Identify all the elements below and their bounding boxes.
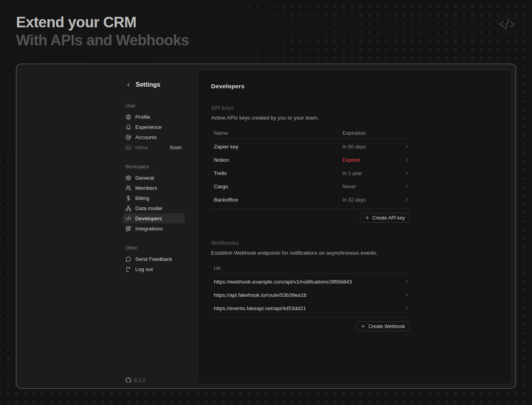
chevron-right-icon [401, 184, 410, 189]
api-key-expiration: Expired [342, 157, 401, 163]
sidebar-item-developers[interactable]: Developers [122, 213, 185, 223]
webhook-url: https://webhook.example.com/api/v1/notif… [214, 279, 401, 285]
chevron-right-icon [401, 144, 410, 149]
api-key-name: Cargo [214, 184, 342, 189]
feedback-icon [125, 256, 131, 262]
sidebar-item-label: Profile [135, 114, 150, 120]
sidebar-item-label: Members [135, 185, 157, 191]
webhooks-table-body: https://webhook.example.com/api/v1/notif… [211, 274, 410, 318]
api-key-row-trello[interactable]: TrelloIn 1 year [211, 166, 410, 180]
api-key-name: Notion [214, 157, 342, 163]
column-url: Url [214, 265, 401, 271]
create-webhook-button[interactable]: Create Webhook [356, 321, 410, 331]
sidebar-sections: UserProfileExperienceAccountsInboxSoonWo… [122, 91, 185, 274]
profile-icon [125, 114, 131, 120]
sidebar-item-label: Data model [135, 205, 162, 211]
api-key-name: Zapier key [214, 144, 342, 150]
sidebar-item-log-out[interactable]: Log out [122, 264, 185, 274]
webhook-url: https://api.fakehook.io/route/53b39ea1b [214, 292, 401, 298]
webhooks-title: Webhooks [211, 240, 410, 246]
plus-icon [365, 215, 370, 220]
sidebar-item-integrations[interactable]: Integrations [122, 223, 185, 234]
sidebar-item-label: Experience [135, 124, 162, 130]
chevron-right-icon [401, 197, 410, 202]
api-key-row-cargo[interactable]: CargoNever [211, 180, 410, 193]
sidebar-item-experience[interactable]: Experience [122, 122, 185, 132]
chevron-left-icon [125, 82, 131, 88]
chevron-right-icon [401, 305, 410, 311]
api-key-expiration: In 1 year [342, 170, 401, 176]
page-title-line2: With APIs and Webhooks [16, 31, 189, 49]
webhook-row[interactable]: https://webhook.example.com/api/v1/notif… [211, 275, 410, 288]
sidebar-section-other: OtherSend FeedbackLog out [122, 245, 185, 274]
code-icon [125, 216, 131, 221]
plus-icon [360, 324, 365, 329]
sidebar-item-label: Developers [135, 216, 162, 221]
api-key-row-zapier-key[interactable]: Zapier keyIn 80 days [211, 140, 410, 153]
inbox-icon [125, 145, 131, 150]
api-keys-description: Active APIs keys created by you or your … [211, 115, 410, 121]
sidebar-section-user: UserProfileExperienceAccountsInboxSoon [122, 103, 185, 152]
webhooks-table-header: Url [211, 263, 410, 274]
sidebar-item-label: General [135, 175, 154, 181]
chevron-right-icon [401, 170, 410, 176]
version-label: 0.1.2 [134, 377, 145, 383]
api-keys-actions: Create API key [211, 213, 410, 223]
api-key-expiration: In 32 days [342, 197, 401, 203]
api-keys-title: API keys [211, 105, 410, 111]
section-label: Other [125, 245, 185, 252]
members-icon [125, 185, 131, 191]
data-model-icon [125, 205, 131, 211]
api-key-expiration: In 80 days [342, 144, 401, 150]
sidebar-item-data-model[interactable]: Data model [122, 203, 185, 213]
api-key-name: Trello [214, 170, 342, 176]
bell-icon [125, 124, 131, 130]
sidebar-item-members[interactable]: Members [122, 183, 185, 193]
logout-icon [125, 266, 131, 272]
api-key-expiration: Never [342, 184, 401, 189]
api-key-row-backoffice[interactable]: BackofficeIn 32 days [211, 193, 410, 206]
sidebar-item-label: Send Feedback [135, 256, 172, 262]
webhooks-section: Webhooks Establish Webhook endpoints for… [211, 240, 410, 331]
chevron-right-icon [401, 279, 410, 284]
panel-title: Developers [211, 83, 511, 90]
page-title-line1: Extend your CRM [16, 13, 189, 31]
sidebar-item-send-feedback[interactable]: Send Feedback [122, 254, 185, 264]
column-name: Name [214, 130, 342, 136]
webhook-row[interactable]: https://api.fakehook.io/route/53b39ea1b [211, 288, 410, 302]
api-keys-table-body: Zapier keyIn 80 daysNotionExpiredTrelloI… [211, 139, 410, 209]
sidebar-item-inbox[interactable]: InboxSoon [122, 142, 185, 152]
webhook-row[interactable]: https://events.fakeapi.net/api/4d53dd21 [211, 302, 410, 315]
chevron-right-icon [401, 292, 410, 298]
settings-title: Settings [136, 81, 160, 88]
section-label: User [125, 103, 185, 109]
sidebar-item-label: Inbox [135, 145, 148, 150]
gear-icon [125, 175, 131, 181]
sidebar-item-label: Billing [135, 195, 149, 201]
api-keys-table-header: Name Expiration [211, 128, 410, 139]
chevron-right-icon [401, 157, 410, 162]
webhooks-description: Establish Webhook endpoints for notifica… [211, 250, 410, 256]
settings-window: Settings UserProfileExperienceAccountsIn… [16, 64, 516, 389]
settings-back-button[interactable]: Settings [122, 81, 160, 88]
column-expiration: Expiration [342, 130, 401, 136]
sidebar-item-billing[interactable]: Billing [122, 193, 185, 203]
version-info[interactable]: 0.1.2 [125, 377, 145, 383]
create-api-key-button[interactable]: Create API key [360, 213, 410, 223]
page-header: Extend your CRM With APIs and Webhooks [16, 13, 189, 49]
settings-sidebar: Settings UserProfileExperienceAccountsIn… [122, 64, 185, 388]
sidebar-item-general[interactable]: General [122, 173, 185, 183]
dollar-icon [125, 195, 131, 201]
sidebar-item-label: Log out [135, 266, 153, 272]
developers-panel: Developers API keys Active APIs keys cre… [198, 70, 512, 384]
webhooks-actions: Create Webhook [211, 321, 410, 331]
api-key-name: Backoffice [214, 197, 342, 203]
github-icon [125, 377, 131, 383]
soon-badge: Soon [169, 145, 182, 150]
api-key-row-notion[interactable]: NotionExpired [211, 153, 410, 166]
section-label: Workspace [125, 164, 185, 170]
sidebar-item-accounts[interactable]: Accounts [122, 132, 185, 142]
sidebar-item-label: Accounts [135, 134, 157, 140]
at-icon [125, 134, 131, 140]
sidebar-item-profile[interactable]: Profile [122, 112, 185, 122]
